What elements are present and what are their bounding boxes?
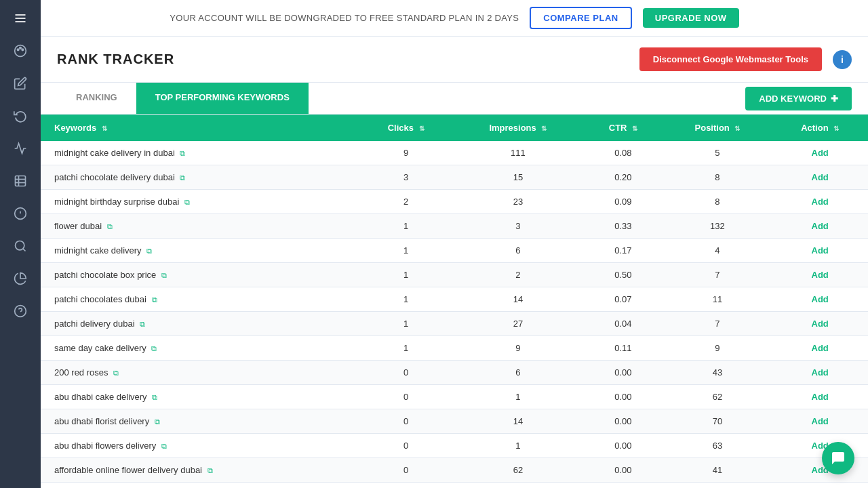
cell-keyword: same day cake delivery ⧉: [41, 336, 359, 361]
external-link-icon[interactable]: ⧉: [152, 296, 157, 304]
table-row: 200 red roses ⧉ 0 6 0.00 43 Add: [41, 361, 868, 385]
external-link-icon[interactable]: ⧉: [155, 418, 160, 426]
cell-keyword: abu dhabi florist delivery ⧉: [41, 409, 359, 434]
sidebar-palette-icon[interactable]: [10, 41, 31, 61]
info-icon[interactable]: i: [833, 50, 852, 69]
cell-action: Add: [772, 214, 868, 239]
cell-impressions: 2: [453, 263, 584, 287]
add-keyword-row-button[interactable]: Add: [812, 367, 829, 378]
sidebar-pie-icon[interactable]: [10, 268, 31, 289]
keyword-text: affordable online flower delivery dubai: [54, 465, 202, 475]
cell-ctr: 0.00: [583, 361, 663, 385]
cell-position: 9: [663, 336, 772, 361]
cell-action: Add: [772, 190, 868, 214]
add-keyword-button[interactable]: ADD KEYWORD ✚: [745, 87, 852, 110]
plus-icon: ✚: [831, 94, 838, 104]
keyword-text: patchi delivery dubai: [54, 319, 135, 329]
add-keyword-row-button[interactable]: Add: [812, 343, 829, 353]
cell-ctr: 0.50: [583, 263, 663, 287]
cell-clicks: 0: [359, 409, 453, 434]
table-row: patchi chocolate delivery dubai ⧉ 3 15 0…: [41, 165, 868, 190]
external-link-icon[interactable]: ⧉: [180, 174, 185, 182]
tabs: RANKING TOP PERFORMING KEYWORDS: [57, 83, 309, 114]
external-link-icon[interactable]: ⧉: [113, 369, 119, 378]
sidebar-warning-icon[interactable]: [10, 203, 31, 224]
external-link-icon[interactable]: ⧉: [184, 198, 190, 207]
cell-clicks: 0: [359, 458, 453, 483]
cell-impressions: 15: [453, 165, 584, 190]
add-keyword-row-button[interactable]: Add: [812, 245, 829, 256]
cell-impressions: 6: [453, 361, 584, 385]
cell-impressions: 14: [453, 409, 584, 434]
add-keyword-row-button[interactable]: Add: [812, 197, 829, 207]
add-keyword-row-button[interactable]: Add: [812, 416, 829, 426]
col-ctr[interactable]: CTR ⇅: [583, 115, 663, 141]
sort-clicks-icon[interactable]: ⇅: [419, 125, 425, 132]
sort-impressions-icon[interactable]: ⇅: [541, 125, 547, 132]
add-keyword-row-button[interactable]: Add: [812, 172, 829, 182]
disconnect-button[interactable]: Disconnect Google Webmaster Tools: [639, 47, 822, 71]
external-link-icon[interactable]: ⧉: [161, 271, 167, 280]
svg-point-6: [22, 49, 24, 51]
col-action[interactable]: Action ⇅: [772, 115, 868, 141]
cell-keyword: affordable online flower delivery dubai …: [41, 458, 359, 483]
cell-ctr: 0.00: [583, 483, 663, 489]
keyword-text: patchi chocolate delivery dubai: [54, 172, 175, 182]
add-keyword-row-button[interactable]: Add: [812, 221, 829, 231]
tab-top-performing[interactable]: TOP PERFORMING KEYWORDS: [136, 83, 309, 114]
main-content: YOUR ACCOUNT WILL BE DOWNGRADED TO FREE …: [41, 0, 868, 488]
keyword-text: patchi chocolate box price: [54, 270, 156, 280]
table-row: anniversary flowers delivery dubai ⧉ 0 4…: [41, 483, 868, 489]
sidebar-search-icon[interactable]: [10, 236, 31, 256]
add-keyword-row-button[interactable]: Add: [812, 294, 829, 304]
tab-ranking[interactable]: RANKING: [57, 83, 136, 114]
col-impressions[interactable]: Impresions ⇅: [453, 115, 584, 141]
cell-action: Add: [772, 141, 868, 165]
cell-keyword: 200 red roses ⧉: [41, 361, 359, 385]
external-link-icon[interactable]: ⧉: [151, 344, 157, 353]
external-link-icon[interactable]: ⧉: [140, 320, 145, 329]
add-keyword-row-button[interactable]: Add: [812, 148, 829, 158]
keyword-text: midnight birthday surprise dubai: [54, 197, 179, 207]
sidebar-analytics-icon[interactable]: [10, 138, 31, 159]
cell-ctr: 0.09: [583, 190, 663, 214]
cell-ctr: 0.20: [583, 165, 663, 190]
tabs-bar: RANKING TOP PERFORMING KEYWORDS ADD KEYW…: [41, 83, 868, 115]
cell-position: 70: [663, 409, 772, 434]
external-link-icon[interactable]: ⧉: [107, 222, 113, 231]
add-keyword-row-button[interactable]: Add: [812, 270, 829, 280]
cell-keyword: flower dubai ⧉: [41, 214, 359, 239]
compare-plan-button[interactable]: COMPARE PLAN: [530, 7, 631, 29]
sort-ctr-icon[interactable]: ⇅: [632, 125, 637, 132]
sidebar-menu-icon[interactable]: [10, 8, 31, 28]
col-keywords[interactable]: Keywords ⇅: [41, 115, 359, 141]
cell-position: 4: [663, 239, 772, 263]
sidebar-edit-icon[interactable]: [10, 73, 31, 94]
cell-position: 7: [663, 312, 772, 336]
col-position[interactable]: Position ⇅: [663, 115, 772, 141]
external-link-icon[interactable]: ⧉: [208, 466, 213, 475]
external-link-icon[interactable]: ⧉: [180, 149, 185, 158]
sidebar-help-icon[interactable]: [10, 301, 31, 321]
sort-keywords-icon[interactable]: ⇅: [102, 125, 107, 132]
chat-bubble[interactable]: [822, 442, 854, 474]
cell-keyword: patchi chocolates dubai ⧉: [41, 287, 359, 312]
upgrade-now-button[interactable]: UPGRADE NOW: [643, 8, 739, 28]
cell-action: Add: [772, 165, 868, 190]
cell-action: Add: [772, 239, 868, 263]
cell-clicks: 0: [359, 361, 453, 385]
sort-action-icon[interactable]: ⇅: [833, 125, 839, 132]
sort-position-icon[interactable]: ⇅: [734, 125, 740, 132]
add-keyword-row-button[interactable]: Add: [812, 319, 829, 329]
external-link-icon[interactable]: ⧉: [152, 393, 157, 402]
external-link-icon[interactable]: ⧉: [161, 442, 167, 451]
external-link-icon[interactable]: ⧉: [146, 247, 152, 256]
cell-ctr: 0.17: [583, 239, 663, 263]
cell-impressions: 3: [453, 214, 584, 239]
col-clicks[interactable]: Clicks ⇅: [359, 115, 453, 141]
add-keyword-row-button[interactable]: Add: [812, 392, 829, 402]
sidebar-refresh-icon[interactable]: [10, 106, 31, 126]
cell-clicks: 0: [359, 434, 453, 458]
cell-keyword: midnight birthday surprise dubai ⧉: [41, 190, 359, 214]
sidebar-chart-icon[interactable]: [10, 171, 31, 191]
